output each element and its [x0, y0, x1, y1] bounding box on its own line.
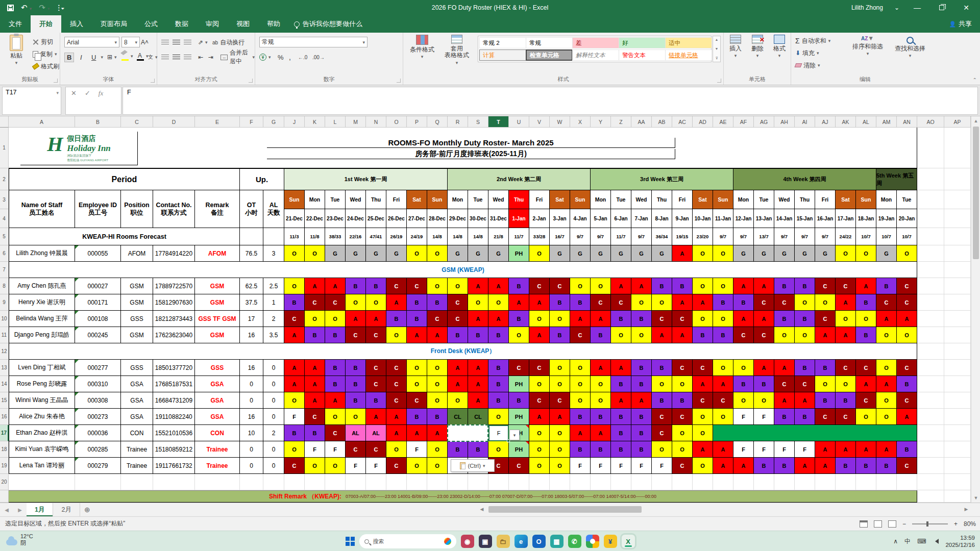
cell-Q14[interactable]: O [427, 376, 448, 392]
cell-U10[interactable]: B [509, 311, 529, 327]
cell-N15[interactable]: B [366, 392, 386, 409]
cell-L11[interactable]: B [325, 327, 346, 343]
cell-Y19[interactable]: F [591, 458, 611, 474]
cell-P17[interactable]: A [407, 425, 427, 441]
cell-AF8[interactable]: A [733, 278, 754, 294]
cell-AI8[interactable]: B [795, 278, 815, 294]
cell-AI11[interactable]: O [795, 327, 815, 343]
empty-cell[interactable] [917, 278, 944, 294]
finance-app-icon[interactable]: ¥ [604, 535, 617, 548]
empty-cell[interactable] [917, 441, 944, 458]
column-header-A[interactable]: A [9, 116, 75, 128]
cell-AN13[interactable]: C [897, 360, 917, 376]
staff-E-10[interactable]: GSS TF GSM [195, 311, 240, 327]
cell-AC14[interactable]: O [672, 376, 693, 392]
cell-Q13[interactable]: O [427, 360, 448, 376]
cell-Y14[interactable]: O [591, 376, 611, 392]
cell-N16[interactable]: A [366, 409, 386, 425]
cell-Z16[interactable]: B [611, 409, 631, 425]
cell-P18[interactable]: F [407, 441, 427, 458]
column-header-AM[interactable]: AM [876, 116, 897, 128]
empty-cell[interactable] [263, 474, 284, 490]
forecast-ot-empty[interactable] [240, 228, 263, 245]
cell-AK18[interactable]: A [836, 441, 856, 458]
cell-K8[interactable]: A [305, 278, 325, 294]
cell-K14[interactable]: A [305, 376, 325, 392]
staff-A-8[interactable]: Amy Chen 陈孔燕 [9, 278, 75, 294]
empty-cell[interactable] [944, 376, 971, 392]
cell-M9[interactable]: O [346, 294, 366, 311]
page-layout-view-icon[interactable] [874, 520, 882, 528]
cell-AH6[interactable]: G [774, 245, 795, 262]
row-header-6[interactable]: 6 [0, 245, 9, 262]
cell-M19[interactable]: F [346, 458, 366, 474]
cell-Y9[interactable]: C [591, 294, 611, 311]
cell-AM14[interactable]: A [876, 376, 897, 392]
staff-F-14[interactable]: 0 [240, 376, 263, 392]
empty-cell[interactable] [591, 474, 611, 490]
cell-Z8[interactable]: A [611, 278, 631, 294]
cell-Y17[interactable]: A [591, 425, 611, 441]
cell-N19[interactable]: F [366, 458, 386, 474]
cell-AL10[interactable]: O [856, 311, 876, 327]
cell-Y15[interactable]: O [591, 392, 611, 409]
staff-E-11[interactable]: GSM [195, 327, 240, 343]
cell-AC19[interactable]: C [672, 458, 693, 474]
cell-N17[interactable]: AL [366, 425, 386, 441]
empty-cell[interactable] [944, 209, 971, 228]
cell-AA13[interactable]: B [631, 360, 652, 376]
staff-B-8[interactable]: 000027 [75, 278, 121, 294]
font-name-combo[interactable]: Arial▾ [64, 37, 119, 47]
staff-G-18[interactable]: 0 [263, 441, 284, 458]
staff-E-19[interactable]: Trainee [195, 458, 240, 474]
column-header-Z[interactable]: Z [611, 116, 631, 128]
cell-AN16[interactable]: A [897, 409, 917, 425]
cell-T16[interactable]: O [488, 409, 509, 425]
staff-A-16[interactable]: Alice Zhu 朱春艳 [9, 409, 75, 425]
cell-Z11[interactable]: O [611, 327, 631, 343]
cell-R14[interactable]: A [448, 376, 468, 392]
staff-F-11[interactable]: 16 [240, 327, 263, 343]
wechat-icon[interactable]: ✆ [568, 535, 581, 548]
cell-L18[interactable]: F [325, 441, 346, 458]
empty-cell[interactable] [448, 474, 468, 490]
merge-center-button[interactable]: ↔合并后居中▾ [220, 52, 255, 62]
column-header-P[interactable]: P [407, 116, 427, 128]
cell-O16[interactable]: A [386, 409, 407, 425]
cell-Q9[interactable]: B [427, 294, 448, 311]
row-header-15[interactable]: 15 [0, 392, 9, 409]
cell-AH16[interactable]: B [774, 409, 795, 425]
cell-X8[interactable]: O [570, 278, 591, 294]
staff-B-18[interactable]: 000285 [75, 441, 121, 458]
cell-Y10[interactable]: A [591, 311, 611, 327]
gallery-down-icon[interactable]: ▼ [715, 47, 719, 51]
column-header-U[interactable]: U [509, 116, 529, 128]
cell-AM9[interactable]: C [876, 294, 897, 311]
column-header-AD[interactable]: AD [693, 116, 713, 128]
cell-W17[interactable]: O [550, 425, 570, 441]
staff-E-17[interactable]: CON [195, 425, 240, 441]
cell-AD9[interactable]: A [693, 294, 713, 311]
cell-AB9[interactable]: O [652, 294, 672, 311]
cell-style-chip[interactable]: 适中 [665, 37, 712, 48]
cell-AJ9[interactable]: O [815, 294, 836, 311]
cell-J10[interactable]: C [284, 311, 305, 327]
cell-V17[interactable]: O [529, 425, 550, 441]
tab-page-layout[interactable]: 页面布局 [92, 15, 136, 33]
grow-font-icon[interactable]: A˄ [141, 37, 149, 47]
staff-A-19[interactable]: Lena Tan 谭玲丽 [9, 458, 75, 474]
staff-F-17[interactable]: 10 [240, 425, 263, 441]
cell-N6[interactable]: G [366, 245, 386, 262]
cell-P8[interactable]: C [407, 278, 427, 294]
empty-cell[interactable] [897, 474, 917, 490]
cell-Q8[interactable]: O [427, 278, 448, 294]
cell-AF10[interactable]: A [733, 311, 754, 327]
cell-L17[interactable]: C [325, 425, 346, 441]
redo-icon[interactable]: ↷ ▾ [39, 3, 50, 12]
empty-cell[interactable] [836, 474, 856, 490]
cell-S16[interactable]: CL [468, 409, 488, 425]
cell-AN15[interactable]: C [897, 392, 917, 409]
cell-U16[interactable]: PH [509, 409, 529, 425]
empty-cell[interactable] [611, 474, 631, 490]
cell-L10[interactable]: O [325, 311, 346, 327]
